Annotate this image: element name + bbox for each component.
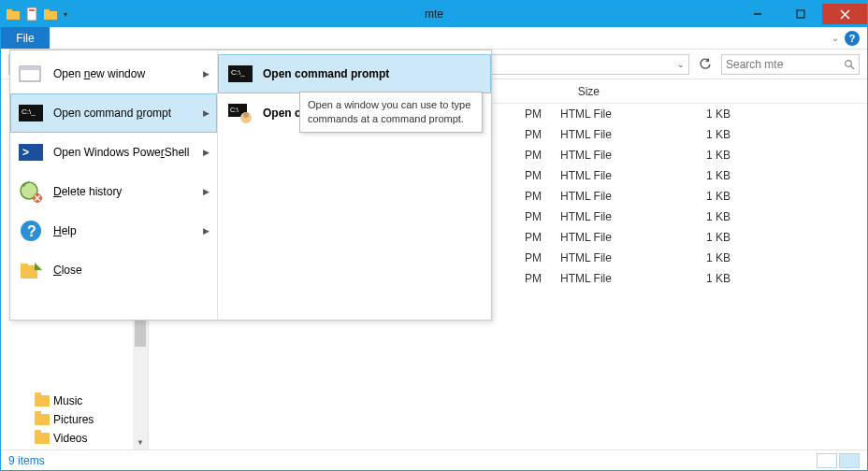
cell-size: 1 KB bbox=[673, 190, 747, 203]
cell-date: PM bbox=[495, 231, 560, 244]
svg-text:>: > bbox=[22, 146, 29, 159]
cell-type: HTML File bbox=[560, 107, 673, 121]
file-menu-item[interactable]: >Open Windows PowerShell▶ bbox=[10, 133, 217, 172]
submenu-arrow-icon: ▶ bbox=[203, 108, 210, 118]
quick-access-toolbar: ▾ bbox=[1, 6, 70, 22]
svg-rect-5 bbox=[44, 9, 50, 12]
cell-size: 1 KB bbox=[673, 149, 747, 162]
svg-rect-7 bbox=[797, 10, 804, 18]
search-input[interactable]: Search mte bbox=[721, 54, 860, 75]
titlebar: ▾ mte bbox=[1, 1, 867, 27]
svg-line-11 bbox=[851, 66, 854, 69]
qat-dropdown-icon[interactable]: ▾ bbox=[61, 6, 70, 22]
maximize-button[interactable] bbox=[779, 4, 822, 24]
minimize-button[interactable] bbox=[736, 4, 779, 24]
cell-date: PM bbox=[495, 210, 560, 223]
cell-type: HTML File bbox=[560, 251, 673, 264]
folder-icon bbox=[35, 433, 50, 444]
cell-size: 1 KB bbox=[673, 128, 747, 141]
folder-icon bbox=[35, 414, 50, 425]
cmd-icon: C:\_ bbox=[18, 100, 44, 126]
cell-type: HTML File bbox=[560, 149, 673, 162]
cell-size: 1 KB bbox=[673, 251, 747, 264]
ribbon-expand-icon[interactable]: ⌄ bbox=[832, 33, 839, 43]
submenu-label: Open command prompt bbox=[263, 67, 389, 80]
scroll-down-icon[interactable]: ▼ bbox=[133, 435, 148, 450]
svg-rect-13 bbox=[20, 66, 40, 70]
delhist-icon bbox=[18, 178, 44, 205]
cell-size: 1 KB bbox=[673, 107, 747, 121]
app-icon bbox=[5, 6, 22, 22]
file-menu-item[interactable]: C:\_Open command prompt▶ bbox=[10, 93, 217, 133]
svg-text:?: ? bbox=[27, 223, 36, 239]
file-menu-item[interactable]: ?Help▶ bbox=[10, 211, 217, 250]
nav-item[interactable]: Pictures bbox=[1, 410, 148, 429]
cell-type: HTML File bbox=[560, 210, 673, 223]
svg-point-10 bbox=[846, 60, 852, 66]
nav-label: Music bbox=[53, 394, 82, 407]
ps-icon: > bbox=[18, 139, 44, 165]
cell-date: PM bbox=[495, 169, 560, 182]
svg-text:C:\: C:\ bbox=[230, 107, 239, 113]
status-text: 9 items bbox=[8, 454, 45, 467]
cell-size: 1 KB bbox=[673, 169, 747, 182]
nav-item[interactable]: Videos bbox=[1, 429, 148, 448]
file-menu-item[interactable]: Delete history▶ bbox=[10, 172, 217, 211]
file-menu-item[interactable]: Close bbox=[10, 250, 217, 290]
view-details-button[interactable] bbox=[817, 453, 837, 468]
col-size[interactable]: Size bbox=[542, 85, 616, 98]
svg-rect-25 bbox=[21, 264, 28, 266]
cell-type: HTML File bbox=[560, 272, 673, 285]
nav-label: Videos bbox=[53, 432, 87, 445]
submenu-arrow-icon: ▶ bbox=[203, 148, 210, 157]
svg-point-31 bbox=[243, 112, 249, 118]
close-button[interactable] bbox=[822, 4, 867, 24]
nav-item[interactable]: Local Disk (C:) bbox=[1, 448, 148, 450]
tooltip: Open a window you can use to type comman… bbox=[299, 92, 483, 133]
menu-label: Delete history bbox=[53, 185, 122, 198]
menu-label: Help bbox=[53, 224, 77, 237]
window-icon bbox=[18, 61, 44, 87]
window-title: mte bbox=[425, 7, 443, 21]
status-bar: 9 items bbox=[1, 450, 867, 470]
nav-item[interactable]: Music bbox=[1, 392, 148, 410]
refresh-button[interactable] bbox=[695, 54, 716, 75]
help-icon[interactable]: ? bbox=[845, 31, 860, 46]
cell-date: PM bbox=[495, 190, 560, 203]
cell-size: 1 KB bbox=[673, 210, 747, 223]
menu-label: Close bbox=[53, 264, 82, 277]
search-icon bbox=[844, 59, 855, 70]
svg-rect-1 bbox=[7, 9, 12, 12]
folder-icon bbox=[35, 395, 50, 407]
file-tab[interactable]: File bbox=[1, 27, 50, 49]
menu-label: Open Windows PowerShell bbox=[53, 146, 189, 159]
cell-date: PM bbox=[495, 128, 560, 141]
file-menu: Open new window▶C:\_Open command prompt▶… bbox=[9, 50, 492, 321]
cell-date: PM bbox=[495, 149, 560, 162]
cell-type: HTML File bbox=[560, 169, 673, 182]
submenu-arrow-icon: ▶ bbox=[203, 187, 210, 196]
properties-icon[interactable] bbox=[23, 6, 40, 22]
search-placeholder: Search mte bbox=[726, 58, 783, 71]
svg-text:C:\_: C:\_ bbox=[22, 107, 36, 116]
window-controls bbox=[736, 4, 867, 24]
cell-date: PM bbox=[495, 272, 560, 285]
cell-date: PM bbox=[495, 251, 560, 264]
chevron-down-icon[interactable]: ⌄ bbox=[677, 60, 685, 69]
view-icons-button[interactable] bbox=[839, 453, 860, 468]
cell-size: 1 KB bbox=[673, 272, 747, 285]
new-folder-icon[interactable] bbox=[42, 6, 59, 22]
cell-type: HTML File bbox=[560, 190, 673, 203]
submenu-arrow-icon: ▶ bbox=[203, 69, 210, 78]
cell-date: PM bbox=[495, 107, 560, 121]
help-icon: ? bbox=[18, 218, 44, 244]
svg-text:C:\_: C:\_ bbox=[231, 68, 245, 77]
cell-type: HTML File bbox=[560, 128, 673, 141]
svg-rect-3 bbox=[29, 9, 35, 11]
file-menu-item[interactable]: Open new window▶ bbox=[10, 54, 217, 93]
svg-rect-0 bbox=[7, 11, 20, 20]
submenu-item[interactable]: C:\_Open command prompt bbox=[218, 54, 491, 93]
ribbon-tabs: File ⌄ ? bbox=[1, 27, 867, 50]
menu-label: Open new window bbox=[53, 67, 145, 80]
submenu-arrow-icon: ▶ bbox=[203, 226, 210, 236]
